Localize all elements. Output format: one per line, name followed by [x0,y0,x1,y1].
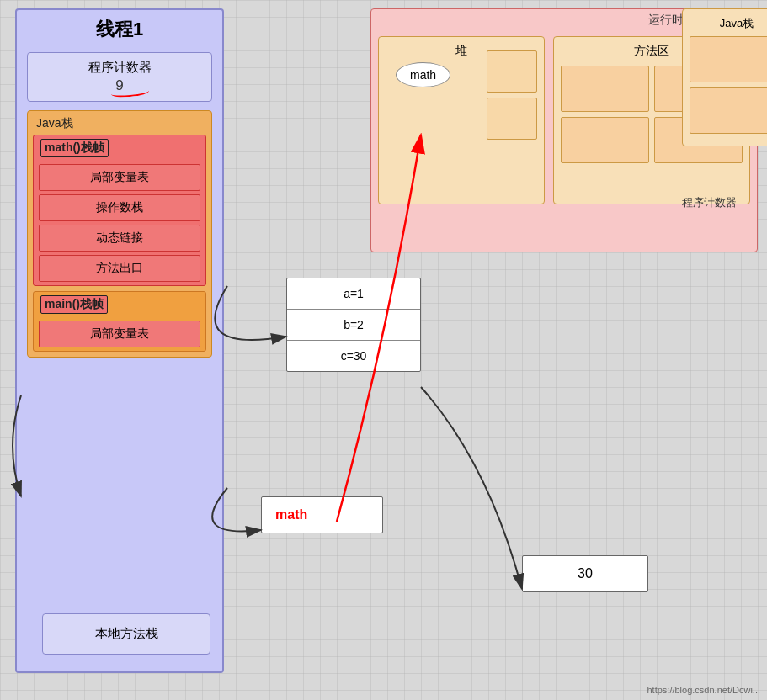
math-oval: math [396,62,450,88]
heap-area: 堆 math [378,36,545,204]
java-stack-right: Java栈 [682,8,767,146]
main-frame-row-0: 局部变量表 [39,321,200,347]
math-frame-row-2: 动态链接 [39,225,200,252]
heap-sub-box-1 [487,50,537,93]
java-stack-right-box-2 [690,88,767,134]
method-sub-box-1 [561,66,649,112]
pc-box: 程序计数器 9 [27,52,212,102]
main-frame-title: main()栈帧 [34,292,205,317]
math-frame-row-0: 局部变量表 [39,164,200,191]
math-ref-box: math [261,496,383,533]
heap-sub-box-2 [487,98,537,140]
math-frame-title: math()栈帧 [34,135,205,161]
var-row-c: c=30 [287,341,420,371]
math-frame-row-3: 方法出口 [39,255,200,282]
local-method-stack: 本地方法栈 [42,613,210,655]
var-row-b: b=2 [287,310,420,341]
java-stack-container: Java栈 math()栈帧 局部变量表 操作数栈 动态链接 方法出口 main… [27,110,212,358]
math-frame-row-1: 操作数栈 [39,194,200,221]
math-frame-title-box: math()栈帧 [40,139,109,157]
pc-label: 程序计数器 [35,60,205,76]
java-stack-label: Java栈 [33,116,206,131]
pc-number: 9 [115,77,123,94]
method-sub-box-3 [561,117,649,163]
main-frame: main()栈帧 局部变量表 [33,291,206,352]
heap-boxes [487,50,537,140]
pc-right-label: 程序计数器 [682,195,737,210]
thread1-title: 线程1 [17,10,222,47]
thread1-container: 线程1 程序计数器 9 Java栈 math()栈帧 局部变量表 操作数栈 动态… [15,8,224,673]
value-box: 30 [522,555,648,592]
vars-box: a=1 b=2 c=30 [286,278,421,372]
java-stack-right-box-1 [690,36,767,82]
watermark: https://blog.csdn.net/Dcwi... [647,685,760,695]
java-stack-right-label: Java栈 [690,16,767,31]
var-row-a: a=1 [287,278,420,310]
main-container: 线程1 程序计数器 9 Java栈 math()栈帧 局部变量表 操作数栈 动态… [0,0,767,700]
pc-value: 9 [35,77,205,94]
math-frame: math()栈帧 局部变量表 操作数栈 动态链接 方法出口 [33,135,206,286]
main-frame-title-box: main()栈帧 [40,295,108,314]
